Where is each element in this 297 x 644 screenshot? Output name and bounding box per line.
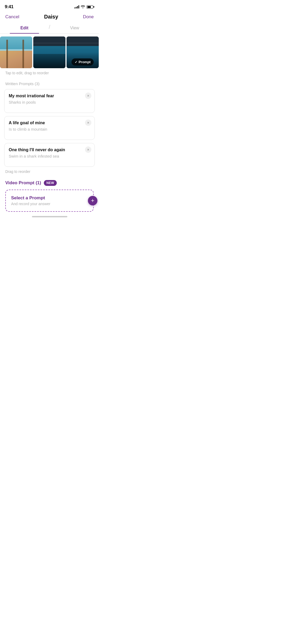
done-button[interactable]: Done bbox=[83, 14, 94, 20]
page-title: Daisy bbox=[44, 14, 58, 20]
prompt-answer-3: Swim in a shark infested sea bbox=[9, 154, 84, 158]
close-prompt-2[interactable]: × bbox=[85, 119, 91, 126]
battery-icon bbox=[87, 5, 94, 9]
video-section-header: Video Prompt (1) NEW bbox=[5, 180, 94, 186]
prompt-title-3: One thing I'll never do again bbox=[9, 148, 84, 152]
add-video-prompt-button[interactable]: + bbox=[88, 196, 97, 205]
prompt-title-1: My most irrational fear bbox=[9, 94, 84, 98]
photo-hint: Tap to edit, drag to reorder bbox=[0, 68, 99, 75]
close-prompt-3[interactable]: × bbox=[85, 146, 91, 153]
video-section-title: Video Prompt (1) bbox=[5, 180, 41, 186]
nav-bar: Cancel Daisy Done bbox=[0, 12, 99, 23]
check-icon: ✓ bbox=[75, 60, 77, 64]
photo-item-2[interactable] bbox=[33, 36, 65, 68]
signal-icon bbox=[74, 5, 79, 8]
video-prompt-card[interactable]: Select a Prompt And record your answer + bbox=[5, 190, 94, 212]
prompt-answer-2: Is to climb a mountain bbox=[9, 127, 84, 131]
drag-hint: Drag to reorder bbox=[0, 167, 99, 180]
prompt-badge: ✓ Prompt bbox=[72, 58, 94, 66]
status-bar: 9:41 bbox=[0, 0, 99, 12]
tabs: Edit / View bbox=[0, 23, 99, 34]
wifi-icon bbox=[81, 5, 85, 9]
photo-item-1[interactable] bbox=[0, 36, 32, 68]
video-section: Video Prompt (1) NEW Select a Prompt And… bbox=[0, 180, 99, 212]
prompt-answer-1: Sharks in pools bbox=[9, 100, 84, 104]
video-card-title: Select a Prompt bbox=[11, 195, 80, 201]
cancel-button[interactable]: Cancel bbox=[5, 14, 19, 20]
photo-strip: ✓ Prompt bbox=[0, 34, 99, 68]
status-time: 9:41 bbox=[5, 4, 13, 10]
prompt-title-2: A life goal of mine bbox=[9, 121, 84, 125]
status-icons bbox=[74, 5, 94, 9]
home-indicator bbox=[32, 216, 67, 217]
video-card-subtitle: And record your answer bbox=[11, 202, 80, 206]
prompt-card-3[interactable]: One thing I'll never do again Swim in a … bbox=[4, 143, 95, 167]
close-prompt-1[interactable]: × bbox=[85, 93, 91, 99]
photo-item-3[interactable]: ✓ Prompt bbox=[67, 36, 99, 68]
tab-view[interactable]: View bbox=[50, 23, 99, 34]
prompts-list: My most irrational fear Sharks in pools … bbox=[0, 89, 99, 167]
tab-edit[interactable]: Edit bbox=[0, 23, 49, 34]
new-badge: NEW bbox=[44, 180, 57, 186]
written-prompts-header: Written Prompts (3) bbox=[0, 75, 99, 89]
prompt-card-2[interactable]: A life goal of mine Is to climb a mounta… bbox=[4, 116, 95, 140]
prompt-card-1[interactable]: My most irrational fear Sharks in pools … bbox=[4, 89, 95, 113]
